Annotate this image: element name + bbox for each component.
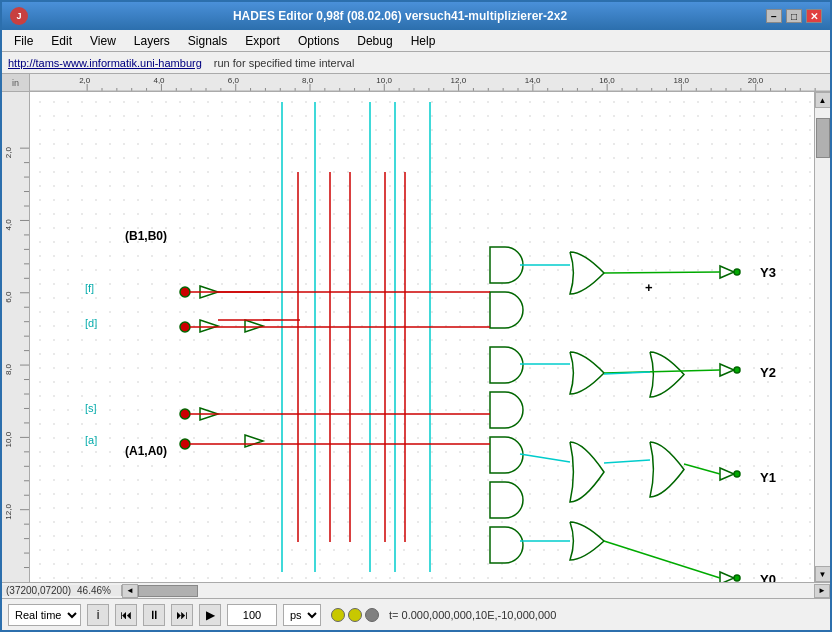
- sim-circles: [331, 608, 379, 622]
- ruler-corner: in: [2, 74, 30, 91]
- coordinates-text: (37200,07200): [6, 585, 71, 596]
- sim-circle-3: [365, 608, 379, 622]
- url-status: run for specified time interval: [214, 57, 355, 69]
- url-bar: http://tams-www.informatik.uni-hamburg r…: [2, 52, 830, 74]
- menu-item-view[interactable]: View: [82, 32, 124, 50]
- scroll-down-button[interactable]: ▼: [815, 566, 831, 582]
- sim-step-button[interactable]: ⏭: [171, 604, 193, 626]
- sim-mode-select[interactable]: Real time: [8, 604, 81, 626]
- h-scrollbar-row: (37200,07200) 46.46% ◄ ►: [2, 582, 830, 598]
- sim-pause-button[interactable]: ⏸: [143, 604, 165, 626]
- sim-rewind-button[interactable]: ⏮: [115, 604, 137, 626]
- h-ruler-wrapper: in: [2, 74, 830, 92]
- sim-time-input[interactable]: [227, 604, 277, 626]
- sim-info-button[interactable]: i: [87, 604, 109, 626]
- minimize-button[interactable]: −: [766, 9, 782, 23]
- close-button[interactable]: ✕: [806, 9, 822, 23]
- sim-circle-1: [331, 608, 345, 622]
- work-wrapper: ▲ ▼: [2, 92, 830, 582]
- sim-play-button[interactable]: ▶: [199, 604, 221, 626]
- sim-circle-2: [348, 608, 362, 622]
- scroll-v-thumb[interactable]: [816, 118, 830, 158]
- play-icon: ▶: [206, 608, 215, 622]
- info-icon: i: [97, 608, 100, 622]
- sim-unit-select[interactable]: ps: [283, 604, 321, 626]
- menu-item-edit[interactable]: Edit: [43, 32, 80, 50]
- window-title: HADES Editor 0,98f (08.02.06) versuch41-…: [34, 9, 766, 23]
- v-scrollbar[interactable]: ▲ ▼: [814, 92, 830, 582]
- sim-bar: Real time i ⏮ ⏸ ⏭ ▶ ps t= 0.000,000,000,…: [2, 598, 830, 630]
- title-bar: J HADES Editor 0,98f (08.02.06) versuch4…: [2, 2, 830, 30]
- coordinates-display: (37200,07200) 46.46%: [2, 585, 122, 596]
- app-icon: J: [10, 7, 28, 25]
- pause-icon: ⏸: [148, 608, 160, 622]
- menu-bar: FileEditViewLayersSignalsExportOptionsDe…: [2, 30, 830, 52]
- zoom-text: 46.46%: [77, 585, 111, 596]
- maximize-button[interactable]: □: [786, 9, 802, 23]
- menu-item-options[interactable]: Options: [290, 32, 347, 50]
- sim-time-display: t= 0.000,000,000,10E,-10,000,000: [389, 609, 556, 621]
- url-link[interactable]: http://tams-www.informatik.uni-hamburg: [8, 57, 202, 69]
- menu-item-help[interactable]: Help: [403, 32, 444, 50]
- step-icon: ⏭: [176, 608, 188, 622]
- menu-item-export[interactable]: Export: [237, 32, 288, 50]
- scroll-left-button[interactable]: ◄: [122, 584, 138, 598]
- menu-item-signals[interactable]: Signals: [180, 32, 235, 50]
- canvas-container[interactable]: [30, 92, 814, 582]
- menu-item-layers[interactable]: Layers: [126, 32, 178, 50]
- h-ruler: [30, 74, 830, 91]
- scroll-right-button[interactable]: ►: [814, 584, 830, 598]
- scroll-up-button[interactable]: ▲: [815, 92, 831, 108]
- v-ruler: [2, 92, 30, 582]
- app-window: J HADES Editor 0,98f (08.02.06) versuch4…: [0, 0, 832, 632]
- canvas-section: in ▲ ▼: [2, 74, 830, 598]
- scroll-h-thumb[interactable]: [138, 585, 198, 597]
- h-scrollbar-track[interactable]: ◄ ►: [122, 584, 830, 598]
- menu-item-file[interactable]: File: [6, 32, 41, 50]
- rewind-icon: ⏮: [120, 608, 132, 622]
- menu-item-debug[interactable]: Debug: [349, 32, 400, 50]
- title-controls: − □ ✕: [766, 9, 822, 23]
